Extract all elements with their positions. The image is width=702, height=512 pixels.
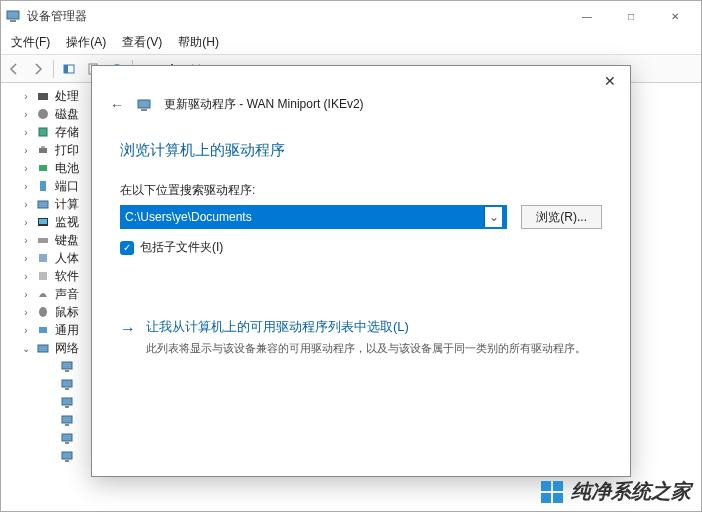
svg-rect-41 [141, 109, 147, 111]
svg-rect-31 [65, 388, 69, 390]
menu-file[interactable]: 文件(F) [3, 31, 58, 54]
svg-rect-21 [39, 219, 47, 224]
tree-item-label: 键盘 [55, 232, 79, 249]
browse-button[interactable]: 浏览(R)... [521, 205, 602, 229]
watermark: 纯净系统之家 [541, 478, 691, 505]
svg-rect-34 [62, 416, 72, 423]
tree-item-label: 通用 [55, 322, 79, 339]
pick-from-list-option[interactable]: → 让我从计算机上的可用驱动程序列表中选取(L) 此列表将显示与该设备兼容的可用… [120, 318, 602, 357]
expand-icon[interactable]: › [21, 181, 31, 192]
path-value: C:\Users\ye\Documents [125, 210, 252, 224]
expand-icon[interactable]: › [21, 217, 31, 228]
device-manager-window: 设备管理器 — □ ✕ 文件(F) 操作(A) 查看(V) 帮助(H) ? ›处… [0, 0, 702, 512]
category-icon [35, 304, 51, 320]
expand-icon[interactable]: › [21, 235, 31, 246]
network-adapter-icon [59, 358, 75, 374]
update-driver-dialog: ✕ ← 更新驱动程序 - WAN Miniport (IKEv2) 浏览计算机上… [91, 65, 631, 477]
menu-view[interactable]: 查看(V) [114, 31, 170, 54]
expand-icon[interactable]: › [21, 127, 31, 138]
category-icon [35, 178, 51, 194]
svg-rect-0 [7, 11, 19, 19]
arrow-right-icon: → [120, 318, 136, 357]
tree-item-label: 鼠标 [55, 304, 79, 321]
category-icon [35, 142, 51, 158]
tree-item-label: 磁盘 [55, 106, 79, 123]
close-button[interactable]: ✕ [653, 2, 697, 30]
svg-rect-1 [10, 20, 16, 22]
network-adapter-icon [59, 430, 75, 446]
chevron-down-icon[interactable]: ⌄ [484, 207, 502, 227]
expand-icon[interactable]: › [21, 199, 31, 210]
expand-icon[interactable]: › [21, 289, 31, 300]
category-icon [35, 250, 51, 266]
menubar: 文件(F) 操作(A) 查看(V) 帮助(H) [1, 31, 701, 55]
category-icon [35, 322, 51, 338]
path-combobox[interactable]: C:\Users\ye\Documents ⌄ [120, 205, 507, 229]
expand-icon[interactable]: › [21, 307, 31, 318]
tree-item-label: 端口 [55, 178, 79, 195]
network-adapter-icon [59, 376, 75, 392]
minimize-button[interactable]: — [565, 2, 609, 30]
svg-rect-40 [138, 100, 150, 108]
tree-item-label: 监视 [55, 214, 79, 231]
tree-item-label: 打印 [55, 142, 79, 159]
maximize-button[interactable]: □ [609, 2, 653, 30]
tree-item-label: 电池 [55, 160, 79, 177]
watermark-text: 纯净系统之家 [571, 478, 691, 505]
tree-item-label: 网络 [55, 340, 79, 357]
svg-rect-16 [41, 146, 45, 148]
category-icon [35, 214, 51, 230]
svg-rect-17 [39, 165, 47, 171]
category-icon [35, 106, 51, 122]
forward-icon[interactable] [27, 58, 49, 80]
show-hide-icon[interactable] [58, 58, 80, 80]
svg-rect-30 [62, 380, 72, 387]
menu-help[interactable]: 帮助(H) [170, 31, 227, 54]
svg-rect-27 [38, 345, 48, 352]
svg-rect-14 [39, 128, 47, 136]
search-location-label: 在以下位置搜索驱动程序: [120, 182, 602, 199]
pick-from-list-title: 让我从计算机上的可用驱动程序列表中选取(L) [146, 318, 586, 336]
expand-icon[interactable]: › [21, 91, 31, 102]
category-icon [35, 196, 51, 212]
expand-icon[interactable]: › [21, 253, 31, 264]
pick-from-list-desc: 此列表将显示与该设备兼容的可用驱动程序，以及与该设备属于同一类别的所有驱动程序。 [146, 340, 586, 357]
dialog-header-text: 更新驱动程序 - WAN Miniport (IKEv2) [164, 96, 364, 113]
svg-rect-26 [39, 327, 47, 333]
category-icon [35, 286, 51, 302]
svg-rect-22 [38, 238, 48, 243]
svg-rect-23 [39, 254, 47, 262]
expand-icon[interactable]: › [21, 325, 31, 336]
svg-rect-38 [62, 452, 72, 459]
svg-rect-15 [39, 148, 47, 153]
svg-point-25 [39, 307, 47, 317]
svg-point-13 [38, 109, 48, 119]
tree-item-label: 处理 [55, 88, 79, 105]
svg-rect-32 [62, 398, 72, 405]
svg-rect-3 [64, 65, 68, 73]
svg-rect-12 [38, 93, 48, 100]
back-arrow-icon[interactable]: ← [110, 97, 124, 113]
tree-item-label: 软件 [55, 268, 79, 285]
network-adapter-icon [59, 412, 75, 428]
watermark-logo-icon [541, 481, 563, 503]
tree-item-label: 存储 [55, 124, 79, 141]
svg-rect-29 [65, 370, 69, 372]
expand-icon[interactable]: ⌄ [21, 343, 31, 354]
include-subfolders-checkbox[interactable]: ✓ 包括子文件夹(I) [120, 239, 602, 256]
dialog-close-button[interactable]: ✕ [590, 67, 630, 95]
dialog-header: ← 更新驱动程序 - WAN Miniport (IKEv2) [92, 96, 630, 123]
expand-icon[interactable]: › [21, 145, 31, 156]
category-icon [35, 232, 51, 248]
back-icon[interactable] [3, 58, 25, 80]
expand-icon[interactable]: › [21, 109, 31, 120]
tree-item-label: 人体 [55, 250, 79, 267]
svg-rect-19 [38, 201, 48, 208]
expand-icon[interactable]: › [21, 271, 31, 282]
expand-icon[interactable]: › [21, 163, 31, 174]
tree-item-label: 声音 [55, 286, 79, 303]
category-icon [35, 88, 51, 104]
app-icon [5, 8, 21, 24]
svg-rect-36 [62, 434, 72, 441]
menu-action[interactable]: 操作(A) [58, 31, 114, 54]
